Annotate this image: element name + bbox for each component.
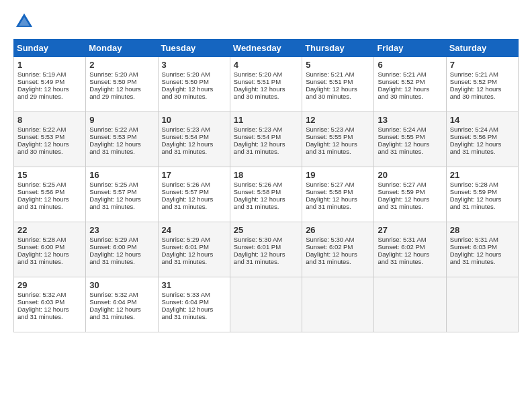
day-info: and 30 minutes. <box>234 93 298 100</box>
day-cell: 7Sunrise: 5:21 AMSunset: 5:52 PMDaylight… <box>446 57 518 112</box>
day-info: Sunrise: 5:20 AM <box>89 71 154 78</box>
day-number: 2 <box>89 60 154 70</box>
day-cell: 14Sunrise: 5:24 AMSunset: 5:56 PMDayligh… <box>446 112 518 167</box>
day-cell: 31Sunrise: 5:33 AMSunset: 6:04 PMDayligh… <box>158 277 230 332</box>
day-header-wednesday: Wednesday <box>230 40 302 57</box>
day-info: and 31 minutes. <box>162 203 226 210</box>
day-info: Sunrise: 5:23 AM <box>162 126 226 133</box>
day-header-sunday: Sunday <box>14 40 86 57</box>
day-info: Sunset: 6:04 PM <box>162 298 226 306</box>
day-cell: 12Sunrise: 5:23 AMSunset: 5:55 PMDayligh… <box>302 112 374 167</box>
day-info: Sunrise: 5:23 AM <box>306 126 370 133</box>
day-info: and 31 minutes. <box>234 203 298 210</box>
day-info: Sunrise: 5:23 AM <box>234 126 298 133</box>
day-info: and 31 minutes. <box>17 313 82 320</box>
day-info: Sunset: 5:50 PM <box>162 78 226 85</box>
day-number: 3 <box>162 60 226 70</box>
day-info: Daylight: 12 hours <box>234 250 298 258</box>
day-number: 12 <box>306 115 370 125</box>
day-info: Sunrise: 5:32 AM <box>89 291 154 298</box>
day-info: Sunset: 5:57 PM <box>162 188 226 195</box>
day-info: Sunrise: 5:22 AM <box>17 126 82 133</box>
day-number: 8 <box>17 115 82 125</box>
day-info: Sunset: 5:49 PM <box>17 78 82 85</box>
day-info: Sunset: 5:51 PM <box>234 78 298 85</box>
day-number: 27 <box>378 225 442 235</box>
day-info: Daylight: 12 hours <box>378 140 442 148</box>
day-info: Sunset: 6:03 PM <box>450 243 515 250</box>
calendar-table: SundayMondayTuesdayWednesdayThursdayFrid… <box>13 39 519 332</box>
day-info: Sunset: 5:56 PM <box>450 133 515 140</box>
day-cell: 4Sunrise: 5:20 AMSunset: 5:51 PMDaylight… <box>230 57 302 112</box>
day-info: Sunset: 5:53 PM <box>89 133 154 140</box>
day-number: 24 <box>162 225 226 235</box>
day-number: 13 <box>378 115 442 125</box>
day-cell: 24Sunrise: 5:29 AMSunset: 6:01 PMDayligh… <box>158 222 230 277</box>
day-info: Sunset: 5:50 PM <box>89 78 154 85</box>
day-number: 16 <box>89 170 154 180</box>
day-info: and 31 minutes. <box>89 258 154 265</box>
day-number: 18 <box>234 170 298 180</box>
day-cell: 29Sunrise: 5:32 AMSunset: 6:03 PMDayligh… <box>14 277 86 332</box>
day-number: 10 <box>162 115 226 125</box>
day-info: Daylight: 12 hours <box>89 140 154 148</box>
day-info: and 31 minutes. <box>17 258 82 265</box>
day-info: Daylight: 12 hours <box>162 306 226 313</box>
day-cell: 2Sunrise: 5:20 AMSunset: 5:50 PMDaylight… <box>86 57 158 112</box>
day-info: Sunrise: 5:22 AM <box>89 126 154 133</box>
day-info: Sunrise: 5:24 AM <box>450 126 515 133</box>
day-info: and 29 minutes. <box>17 93 82 100</box>
day-info: and 31 minutes. <box>17 203 82 210</box>
header <box>13 11 519 32</box>
day-info: Sunset: 5:59 PM <box>450 188 515 195</box>
day-info: and 31 minutes. <box>162 258 226 265</box>
day-info: Sunset: 5:52 PM <box>450 78 515 85</box>
day-info: and 30 minutes. <box>450 93 515 100</box>
day-info: Sunrise: 5:19 AM <box>17 71 82 78</box>
day-info: Sunrise: 5:27 AM <box>378 181 442 188</box>
day-number: 26 <box>306 225 370 235</box>
day-info: Sunrise: 5:20 AM <box>162 71 226 78</box>
day-info: Sunrise: 5:24 AM <box>378 126 442 133</box>
day-info: Daylight: 12 hours <box>162 85 226 93</box>
day-number: 9 <box>89 115 154 125</box>
day-info: and 31 minutes. <box>89 313 154 320</box>
day-number: 30 <box>89 280 154 290</box>
day-cell: 6Sunrise: 5:21 AMSunset: 5:52 PMDaylight… <box>374 57 446 112</box>
day-info: Sunrise: 5:25 AM <box>17 181 82 188</box>
day-info: Sunset: 6:04 PM <box>89 298 154 306</box>
day-cell: 13Sunrise: 5:24 AMSunset: 5:55 PMDayligh… <box>374 112 446 167</box>
day-info: Sunset: 5:55 PM <box>306 133 370 140</box>
day-cell: 25Sunrise: 5:30 AMSunset: 6:01 PMDayligh… <box>230 222 302 277</box>
day-cell: 30Sunrise: 5:32 AMSunset: 6:04 PMDayligh… <box>86 277 158 332</box>
day-number: 28 <box>450 225 515 235</box>
day-cell: 18Sunrise: 5:26 AMSunset: 5:58 PMDayligh… <box>230 167 302 222</box>
day-info: Daylight: 12 hours <box>378 250 442 258</box>
day-header-tuesday: Tuesday <box>158 40 230 57</box>
day-info: Sunset: 5:58 PM <box>234 188 298 195</box>
day-cell: 22Sunrise: 5:28 AMSunset: 6:00 PMDayligh… <box>14 222 86 277</box>
day-cell: 9Sunrise: 5:22 AMSunset: 5:53 PMDaylight… <box>86 112 158 167</box>
day-info: Sunrise: 5:25 AM <box>89 181 154 188</box>
week-row-2: 8Sunrise: 5:22 AMSunset: 5:53 PMDaylight… <box>14 112 519 167</box>
day-cell: 23Sunrise: 5:29 AMSunset: 6:00 PMDayligh… <box>86 222 158 277</box>
day-header-monday: Monday <box>86 40 158 57</box>
day-info: Daylight: 12 hours <box>450 250 515 258</box>
day-info: Sunset: 5:52 PM <box>378 78 442 85</box>
day-number: 25 <box>234 225 298 235</box>
day-info: Daylight: 12 hours <box>162 195 226 203</box>
day-info: Sunset: 5:53 PM <box>17 133 82 140</box>
day-info: Sunrise: 5:26 AM <box>162 181 226 188</box>
day-cell <box>374 277 446 332</box>
header-row: SundayMondayTuesdayWednesdayThursdayFrid… <box>14 40 519 57</box>
logo-icon <box>13 11 35 32</box>
day-info: Daylight: 12 hours <box>17 85 82 93</box>
week-row-4: 22Sunrise: 5:28 AMSunset: 6:00 PMDayligh… <box>14 222 519 277</box>
day-number: 7 <box>450 60 515 70</box>
day-cell: 15Sunrise: 5:25 AMSunset: 5:56 PMDayligh… <box>14 167 86 222</box>
day-cell <box>302 277 374 332</box>
day-info: Sunset: 5:59 PM <box>378 188 442 195</box>
day-number: 15 <box>17 170 82 180</box>
day-info: Daylight: 12 hours <box>378 195 442 203</box>
day-info: Sunset: 5:54 PM <box>234 133 298 140</box>
